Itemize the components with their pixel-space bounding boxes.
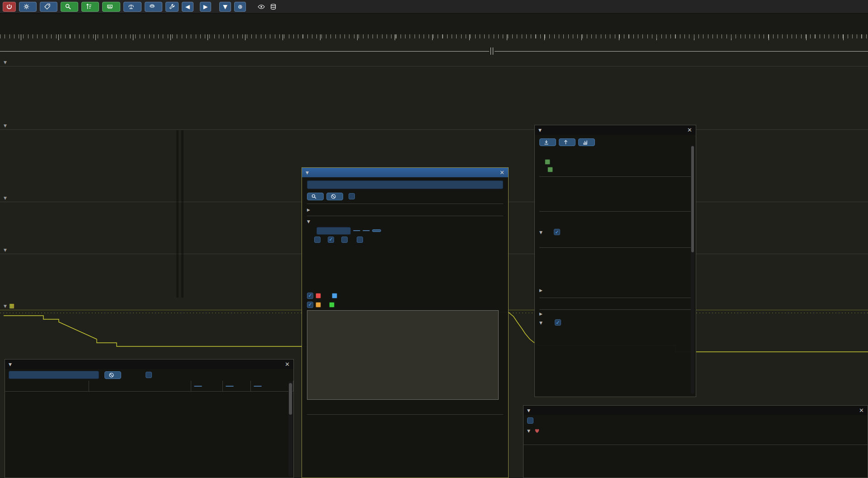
find-zone-search-input[interactable] (307, 180, 503, 189)
memory-button[interactable] (102, 2, 120, 12)
gear-icon (24, 4, 29, 9)
selection-shade (176, 130, 179, 298)
col-location[interactable] (89, 381, 191, 391)
eye-icon (258, 4, 265, 9)
filter-zones-input[interactable] (9, 371, 99, 379)
memory-chip-icon (107, 4, 113, 9)
time-relative-checkbox[interactable]: ✓ (554, 229, 560, 235)
find-zone-histogram[interactable] (307, 310, 499, 400)
cumulate-time-checkbox[interactable]: ✓ (341, 237, 348, 243)
close-icon[interactable]: ✕ (687, 127, 692, 133)
wrench-icon (169, 4, 175, 9)
clear-filter-button[interactable] (104, 371, 121, 379)
locate-button[interactable]: ⊕ (234, 2, 246, 12)
col-counts[interactable] (223, 381, 251, 391)
find-zone-titlebar[interactable]: ▼✕ (302, 168, 508, 177)
sort-bars-icon (86, 4, 92, 9)
shutdown-button[interactable] (3, 2, 16, 12)
col-total-time[interactable] (191, 381, 223, 391)
worker2-header[interactable]: ▼ (4, 194, 9, 201)
scrollbar[interactable] (691, 145, 694, 394)
log-time-checkbox[interactable]: ✓ (328, 237, 334, 243)
wait-regions-header (539, 237, 691, 246)
messages-button[interactable] (40, 2, 57, 12)
close-icon[interactable]: ✕ (285, 361, 290, 368)
ban-icon (109, 373, 114, 378)
database-icon (270, 4, 276, 10)
statistics-button[interactable] (81, 2, 99, 12)
tools-button[interactable] (165, 2, 179, 12)
search-icon (65, 4, 71, 9)
source-color-swatch[interactable] (545, 159, 550, 165)
group-children-checkbox[interactable]: ✓ (555, 319, 561, 326)
statistics-titlebar[interactable]: ▼✕ (5, 360, 293, 369)
zoom-to-zone-button[interactable] (539, 138, 556, 146)
memory-window: ▼✕ ✓ ▼ (523, 405, 868, 478)
self-time-checkbox[interactable]: ✓ (357, 237, 363, 243)
fingerprint-icon (149, 4, 155, 9)
statistics-table-header (5, 381, 293, 392)
collapse-arrow-icon[interactable]: ▼ (539, 321, 544, 325)
view-span (258, 4, 267, 9)
find-button[interactable] (307, 193, 324, 200)
tag-icon (44, 4, 50, 9)
ban-icon (331, 194, 336, 199)
up-arrow-icon (563, 140, 568, 145)
min-bin-input[interactable] (316, 227, 351, 235)
find-zone-window: ▼✕ ✓ ▶ ▼ ✓ ✓ ✓ ✓ (302, 167, 509, 478)
statistics-window: ▼✕ ✓ (5, 359, 294, 478)
group-avg-color-swatch (316, 302, 321, 308)
thread2-header[interactable]: ▼ (4, 122, 9, 128)
info-button[interactable] (145, 2, 162, 12)
avg-color-swatch (316, 293, 321, 298)
worker0-header[interactable]: ▼ (4, 246, 9, 253)
expand-arrow-icon[interactable]: ▶ (539, 312, 544, 316)
main-toolbar: ◀ ▶ ▼ ⊕ (0, 0, 868, 14)
scrollbar[interactable] (288, 381, 292, 477)
cpu-data-header[interactable]: ▼ (4, 58, 9, 65)
go-to-parent-button[interactable] (559, 138, 576, 146)
close-icon[interactable]: ✕ (500, 169, 505, 176)
memory-table-header (524, 436, 868, 445)
median-color-swatch (332, 293, 337, 298)
collapse-arrow-icon[interactable]: ▼ (527, 429, 532, 433)
restrict-time-checkbox[interactable]: ✓ (527, 417, 533, 424)
zone-statistics-button[interactable] (578, 138, 595, 146)
compare-button[interactable] (123, 2, 142, 12)
clear-button[interactable] (326, 193, 343, 200)
expand-arrow-icon[interactable]: ▶ (307, 208, 311, 212)
bin-minus-button[interactable] (353, 230, 360, 231)
group-median-color-swatch (329, 302, 335, 308)
memory-usage-header[interactable]: ▼▦ (4, 302, 21, 309)
expand-arrow-icon[interactable]: ▶ (539, 288, 544, 293)
zone-info-titlebar[interactable]: ▼✕ (535, 125, 696, 135)
col-name[interactable] (5, 381, 89, 391)
frame-dropdown-button[interactable]: ▼ (219, 2, 231, 12)
ignore-case-checkbox[interactable]: ✓ (349, 193, 355, 199)
bar-chart-icon (583, 140, 588, 145)
options-button[interactable] (19, 2, 37, 12)
scales-icon (128, 4, 134, 9)
collapse-arrow-icon[interactable]: ▼ (539, 230, 544, 235)
capture-time (270, 4, 278, 10)
bin-plus-button[interactable] (363, 230, 370, 231)
log-values-checkbox[interactable]: ✓ (314, 237, 321, 243)
memory-titlebar[interactable]: ▼✕ (524, 406, 868, 415)
memory-icon: ▦ (9, 302, 14, 309)
stats-option-checkbox[interactable]: ✓ (146, 372, 152, 378)
reset-button[interactable] (372, 229, 381, 232)
heart-icon (534, 428, 540, 434)
col-mtpc[interactable] (251, 381, 293, 391)
close-icon[interactable]: ✕ (859, 407, 864, 414)
next-frame-button[interactable]: ▶ (200, 2, 212, 12)
search-icon (311, 194, 316, 199)
prev-frame-button[interactable]: ◀ (182, 2, 193, 12)
tracy-profiler: ◀ ▶ ▼ ⊕ ▼ ▼ ▼ ▼ (0, 0, 868, 478)
collapse-arrow-icon[interactable]: ▼ (307, 219, 311, 224)
draw-avg-checkbox[interactable]: ✓ (307, 293, 313, 299)
thread-color-swatch[interactable] (547, 167, 553, 172)
zone-info-window: ▼✕ ▼✓ (534, 125, 696, 397)
power-icon (6, 4, 12, 9)
draw-group-avg-checkbox[interactable]: ✓ (307, 302, 313, 308)
find-zone-button[interactable] (61, 2, 78, 12)
